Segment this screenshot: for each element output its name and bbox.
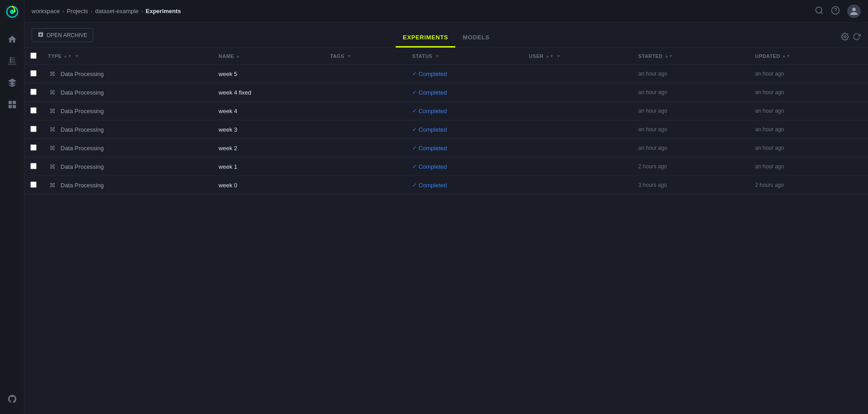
tab-experiments[interactable]: EXPERIMENTS <box>396 29 455 48</box>
refresh-icon[interactable] <box>853 33 861 42</box>
svg-point-75 <box>52 185 53 186</box>
status-label: Completed <box>419 182 447 189</box>
svg-point-31 <box>50 109 52 110</box>
row-name-cell[interactable]: week 2 <box>213 139 325 157</box>
breadcrumb-sep-2: › <box>91 9 93 14</box>
row-name-cell[interactable]: week 4 fixed <box>213 83 325 102</box>
open-archive-button[interactable]: OPEN ARCHIVE <box>32 28 93 42</box>
svg-point-52 <box>53 149 55 150</box>
column-name[interactable]: NAME ▲ <box>213 48 325 65</box>
breadcrumb-workspace[interactable]: workspace <box>32 8 60 14</box>
row-started-cell: an hour ago <box>633 120 750 139</box>
breadcrumb-sep-3: › <box>142 9 143 14</box>
breadcrumb: workspace › Projects › dataset-example ›… <box>32 8 181 14</box>
help-icon[interactable] <box>831 6 840 16</box>
row-checkbox-4[interactable] <box>30 144 37 151</box>
row-type-label: Data Processing <box>61 145 104 152</box>
row-user-cell <box>524 102 633 120</box>
row-name-cell[interactable]: week 0 <box>213 176 325 195</box>
column-user[interactable]: USER ▲▼ ▼ <box>524 48 633 65</box>
breadcrumb-projects[interactable]: Projects <box>67 8 88 14</box>
row-status-cell: ✓ Completed <box>407 65 524 83</box>
row-name-cell[interactable]: week 1 <box>213 157 325 176</box>
sidebar-item-github[interactable] <box>3 390 21 409</box>
settings-icon[interactable] <box>841 33 849 42</box>
row-name-cell[interactable]: week 4 <box>213 102 325 120</box>
table-row: Data Processing week 5 ✓ Completed an ho… <box>24 65 868 83</box>
row-type-label: Data Processing <box>61 163 104 170</box>
svg-point-58 <box>50 164 52 166</box>
sidebar-item-home[interactable] <box>3 31 21 49</box>
status-label: Completed <box>419 163 447 170</box>
content-area: OPEN ARCHIVE EXPERIMENTS MODELS <box>24 23 868 414</box>
started-col-label: STARTED <box>638 53 663 59</box>
row-select-cell <box>24 176 42 195</box>
experiments-icon <box>7 56 17 67</box>
status-col-label: STATUS <box>412 53 433 59</box>
sidebar-item-models[interactable] <box>3 74 21 92</box>
row-checkbox-6[interactable] <box>30 181 37 188</box>
svg-rect-5 <box>12 100 15 104</box>
column-type[interactable]: TYPE ▲▼ ▼ <box>42 48 213 65</box>
row-started-cell: 3 hours ago <box>633 176 750 195</box>
sidebar-item-datasets[interactable] <box>3 96 21 114</box>
svg-point-43 <box>53 130 55 132</box>
row-updated-cell: an hour ago <box>750 139 868 157</box>
svg-point-39 <box>52 110 53 112</box>
name-col-label: NAME <box>219 53 234 59</box>
column-status[interactable]: STATUS ▼ <box>407 48 524 65</box>
row-updated-cell: an hour ago <box>750 83 868 102</box>
row-type-label: Data Processing <box>61 182 104 189</box>
svg-point-2 <box>9 59 11 60</box>
row-updated-cell: an hour ago <box>750 102 868 120</box>
column-tags[interactable]: TAGS ▼ <box>325 48 407 65</box>
tab-models[interactable]: MODELS <box>455 29 497 48</box>
row-checkbox-1[interactable] <box>30 89 37 95</box>
row-checkbox-0[interactable] <box>30 70 37 76</box>
row-user-cell <box>524 65 633 83</box>
svg-point-12 <box>844 36 846 38</box>
data-processing-icon <box>48 88 57 97</box>
row-checkbox-5[interactable] <box>30 163 37 169</box>
row-type-cell: Data Processing <box>42 139 213 157</box>
updated-col-label: UPDATED <box>755 53 780 59</box>
user-avatar[interactable] <box>847 5 861 18</box>
svg-point-3 <box>9 61 11 62</box>
column-started[interactable]: STARTED ▲▼ <box>633 48 750 65</box>
tags-col-label: TAGS <box>330 53 344 59</box>
row-status-cell: ✓ Completed <box>407 139 524 157</box>
select-all-checkbox[interactable] <box>30 52 37 59</box>
search-icon[interactable] <box>815 6 824 16</box>
row-checkbox-2[interactable] <box>30 107 37 114</box>
svg-point-8 <box>816 7 822 13</box>
status-label: Completed <box>419 71 447 77</box>
row-name-cell[interactable]: week 5 <box>213 65 325 83</box>
svg-point-14 <box>53 71 55 73</box>
row-tags-cell <box>325 83 407 102</box>
svg-point-57 <box>52 148 53 149</box>
row-select-cell <box>24 157 42 176</box>
breadcrumb-dataset-example[interactable]: dataset-example <box>95 8 138 14</box>
row-updated-cell: an hour ago <box>750 157 868 176</box>
row-select-cell <box>24 102 42 120</box>
row-started-cell: an hour ago <box>633 139 750 157</box>
row-name-cell[interactable]: week 3 <box>213 120 325 139</box>
row-checkbox-3[interactable] <box>30 126 37 132</box>
table-row: Data Processing week 4 ✓ Completed an ho… <box>24 102 868 120</box>
sidebar-item-experiments[interactable] <box>3 52 21 71</box>
column-updated[interactable]: UPDATED ▲▼ <box>750 48 868 65</box>
row-status-cell: ✓ Completed <box>407 102 524 120</box>
table-row: Data Processing week 1 ✓ Completed 2 hou… <box>24 157 868 176</box>
data-processing-icon <box>48 181 57 190</box>
row-tags-cell <box>325 139 407 157</box>
row-user-cell <box>524 157 633 176</box>
row-user-cell <box>524 120 633 139</box>
status-check-icon: ✓ <box>412 71 417 77</box>
name-sort-icon: ▲ <box>236 54 240 58</box>
data-processing-icon <box>48 125 57 134</box>
row-status-cell: ✓ Completed <box>407 83 524 102</box>
svg-point-22 <box>50 90 52 91</box>
logo[interactable] <box>4 4 20 20</box>
open-archive-label: OPEN ARCHIVE <box>47 32 87 38</box>
column-select <box>24 48 42 65</box>
